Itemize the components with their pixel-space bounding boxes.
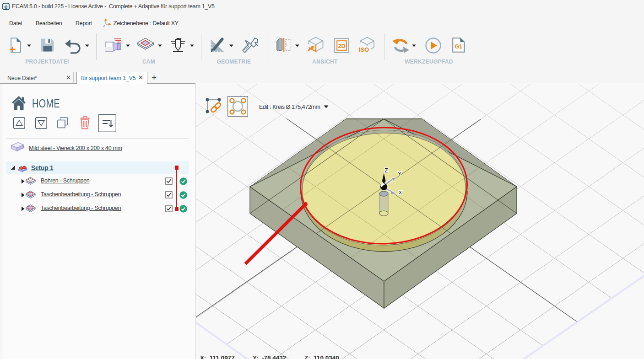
svg-text:Z: Z (384, 167, 388, 174)
svg-text:2D: 2D (338, 43, 346, 49)
svg-text:ISO: ISO (359, 46, 369, 53)
svg-text:Z: 110,0340: Z: 110,0340 (304, 354, 339, 359)
svg-text:Y: Y (398, 171, 401, 177)
svg-text:X: 111,0977: X: 111,0977 (200, 354, 235, 359)
svg-text:e: e (4, 3, 7, 10)
svg-text:X: X (399, 190, 402, 195)
svg-text:G1: G1 (455, 43, 462, 50)
svg-text:Y: -78,4432: Y: -78,4432 (253, 354, 286, 359)
